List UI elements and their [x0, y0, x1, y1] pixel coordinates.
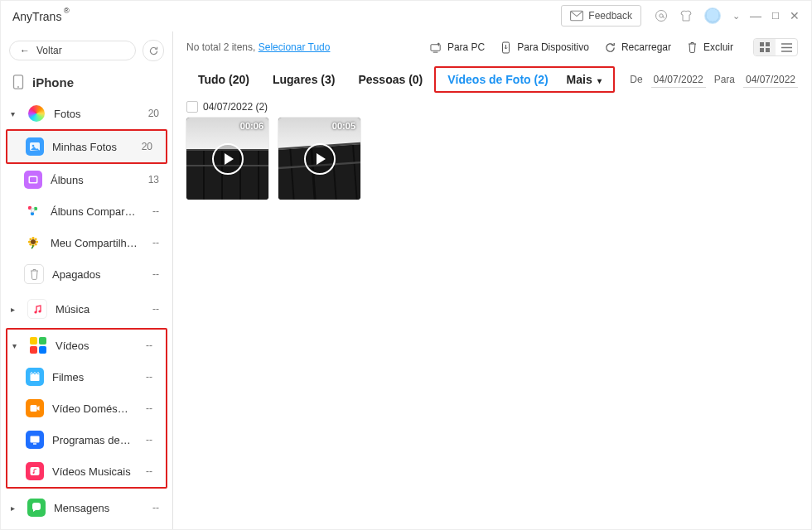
- minimize-button[interactable]: —: [750, 10, 761, 22]
- group-header[interactable]: 04/07/2022 (2): [186, 101, 798, 113]
- tab-tudo[interactable]: Tudo (20): [186, 68, 261, 91]
- sidebar-count: --: [146, 205, 162, 217]
- group-checkbox[interactable]: [186, 101, 198, 113]
- to-pc-icon: [430, 41, 442, 54]
- grid-view-button[interactable]: [754, 39, 776, 55]
- maximize-button[interactable]: ☐: [771, 12, 780, 21]
- svg-point-21: [34, 311, 36, 313]
- video-thumbnail[interactable]: 00:05: [278, 118, 360, 200]
- svg-rect-24: [31, 405, 37, 412]
- avatar[interactable]: [704, 7, 721, 24]
- svg-point-20: [35, 243, 37, 246]
- sidebar-count: --: [146, 268, 162, 280]
- sidebar-refresh-button[interactable]: [143, 40, 164, 61]
- sidebar-label: Mensagens: [54, 502, 138, 514]
- sidebar-count: 13: [146, 174, 162, 186]
- sidebar-count: --: [139, 402, 156, 414]
- sidebar-label: Meu Compartilhame…: [51, 237, 138, 249]
- myphotos-icon: [26, 137, 44, 156]
- at-icon[interactable]: [655, 9, 668, 22]
- sidebar-item-apagados[interactable]: Apagados --: [1, 258, 172, 290]
- sidebar-count: 20: [139, 141, 156, 152]
- svg-point-6: [32, 145, 35, 147]
- delete-button[interactable]: Excluir: [686, 41, 733, 54]
- sidebar-item-albuns-compartilhados[interactable]: Álbuns Compartilhad… --: [1, 195, 172, 227]
- sidebar-item-video-domestico[interactable]: Vídeo Doméstico --: [7, 393, 166, 424]
- delete-label: Excluir: [703, 41, 733, 53]
- svg-rect-32: [760, 48, 764, 52]
- sidebar-item-albuns[interactable]: Álbuns 13: [1, 164, 172, 195]
- delete-icon: [686, 41, 698, 54]
- sidebar-list: ▾ Fotos 20 Minhas Fotos 20: [1, 98, 172, 529]
- close-button[interactable]: ✕: [790, 10, 800, 22]
- svg-rect-23: [31, 374, 40, 381]
- registered-mark: ®: [61, 7, 69, 15]
- main-panel: No total 2 itens, Selecionar Tudo Para P…: [173, 31, 811, 529]
- feedback-label: Feedback: [588, 10, 632, 22]
- feedback-button[interactable]: Feedback: [561, 5, 641, 26]
- list-view-button[interactable]: [776, 39, 797, 55]
- tab-mais[interactable]: Mais ▾: [560, 68, 613, 91]
- phone-icon: [12, 75, 24, 89]
- sidebar-item-meu-compartilhamento[interactable]: Meu Compartilhame… --: [1, 227, 172, 258]
- tab-videos-de-foto[interactable]: Vídeos de Foto (2): [436, 68, 559, 91]
- date-to-input[interactable]: 04/07/2022: [743, 72, 798, 88]
- to-device-button[interactable]: Para Dispositivo: [500, 41, 589, 54]
- reload-button[interactable]: Recarregar: [604, 41, 671, 54]
- sidebar-count: --: [139, 371, 156, 383]
- svg-point-16: [36, 240, 38, 243]
- svg-point-22: [38, 310, 41, 312]
- select-all-link[interactable]: Selecionar Tudo: [259, 41, 331, 53]
- tab-pessoas[interactable]: Pessoas (0): [346, 68, 434, 91]
- back-button[interactable]: ← Voltar: [9, 41, 136, 60]
- dropdown-icon[interactable]: ⌄: [732, 12, 740, 21]
- svg-rect-31: [766, 42, 770, 46]
- sidebar-label: Fotos: [54, 108, 138, 120]
- sidebar-item-programas-tv[interactable]: Programas de TV --: [7, 424, 166, 455]
- svg-rect-8: [30, 177, 36, 182]
- svg-point-12: [31, 239, 36, 244]
- play-icon: [212, 143, 244, 175]
- sidebar-item-filmes[interactable]: Filmes --: [7, 361, 166, 393]
- video-thumbnail[interactable]: 00:06: [186, 118, 268, 200]
- date-from-input[interactable]: 04/07/2022: [651, 72, 706, 88]
- album-icon: [24, 171, 42, 189]
- sidebar-item-musica[interactable]: ▸ Música --: [1, 293, 172, 325]
- svg-point-27: [33, 472, 35, 474]
- to-pc-button[interactable]: Para PC: [430, 41, 485, 54]
- sidebar-item-videos[interactable]: ▾ Vídeos --: [7, 330, 166, 361]
- back-label: Voltar: [36, 45, 62, 56]
- device-row[interactable]: iPhone: [1, 66, 172, 98]
- caret-down-icon: ▾: [11, 109, 19, 118]
- messages-icon: [27, 499, 46, 517]
- sidebar-item-minhas-fotos[interactable]: Minhas Fotos 20: [7, 131, 166, 162]
- duration-badge: 00:05: [332, 121, 355, 131]
- mail-icon: [570, 9, 583, 22]
- titlebar: AnyTrans ® Feedback ⌄ — ☐ ✕: [1, 1, 811, 31]
- to-device-label: Para Dispositivo: [517, 41, 589, 53]
- sidebar-label: Vídeos Musicais: [52, 465, 131, 478]
- date-filter: De 04/07/2022 Para 04/07/2022: [630, 72, 798, 88]
- svg-point-4: [17, 86, 19, 88]
- arrow-left-icon: ←: [20, 45, 30, 56]
- sidebar-item-videos-musicais[interactable]: Vídeos Musicais --: [7, 455, 166, 487]
- sidebar-label: Filmes: [52, 371, 131, 383]
- sidebar-label: Minhas Fotos: [52, 141, 131, 153]
- svg-point-13: [31, 237, 34, 239]
- trash-icon: [24, 264, 44, 284]
- sidebar: ← Voltar iPhone ▾ Fotos 20: [1, 31, 173, 529]
- videos-icon: [29, 336, 47, 354]
- svg-rect-33: [766, 48, 770, 52]
- grid-icon: [760, 42, 770, 52]
- window-controls: ⌄ — ☐ ✕: [732, 10, 800, 22]
- sidebar-item-mensagens[interactable]: ▸ Mensagens --: [1, 492, 172, 523]
- tab-lugares[interactable]: Lugares (3): [261, 68, 346, 91]
- list-icon: [781, 43, 792, 52]
- content-area: 04/07/2022 (2) 00:06 00:05: [173, 98, 811, 529]
- sidebar-label: Música: [56, 303, 138, 316]
- sidebar-label: Álbuns: [51, 174, 138, 186]
- sidebar-item-fotos[interactable]: ▾ Fotos 20: [1, 98, 172, 129]
- svg-point-19: [29, 243, 31, 246]
- svg-point-17: [29, 238, 31, 240]
- tshirt-icon[interactable]: [679, 9, 693, 22]
